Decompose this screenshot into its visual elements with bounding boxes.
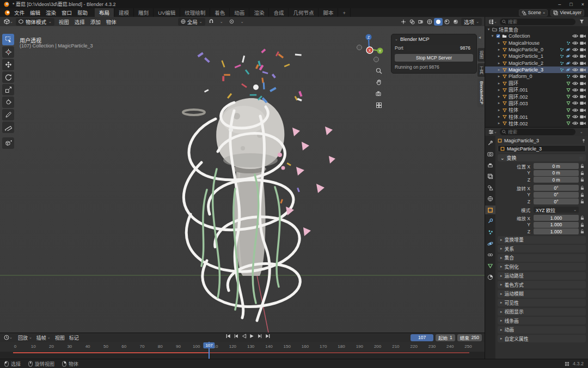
property-section-header[interactable]: ▸着色方式 xyxy=(498,281,586,288)
viewport-menu-view[interactable]: 视图 xyxy=(56,18,72,26)
filter-icon[interactable] xyxy=(577,18,586,26)
shading-wireframe-icon[interactable] xyxy=(425,18,434,26)
expand-arrow-icon[interactable]: ▾ xyxy=(487,27,491,32)
outliner-item[interactable]: ▸ Platform_0 xyxy=(485,73,588,80)
outliner-item[interactable]: ▸ 圆环 xyxy=(485,80,588,86)
outliner-item[interactable]: ▸ 圆环.003 xyxy=(485,100,588,106)
menu-help[interactable]: 帮助 xyxy=(75,9,90,16)
hide-viewport-toggle[interactable] xyxy=(572,108,578,112)
timeline-menu-keying[interactable]: 插帧⌄ xyxy=(34,334,53,341)
property-section-header[interactable]: ▸实例化 xyxy=(498,263,586,270)
transform-value-field[interactable]: 0° xyxy=(534,192,579,198)
outliner-item[interactable]: ▸ MagicParticle_1 xyxy=(485,53,588,59)
outliner-item[interactable]: ▸ MagicalHouse xyxy=(485,40,588,46)
rotation-mode-dropdown[interactable]: XYZ 欧拉⌄ xyxy=(534,207,579,213)
lock-icon[interactable] xyxy=(579,192,586,197)
timeline-menu-marker[interactable]: 标记 xyxy=(67,334,81,341)
properties-tab-particles[interactable] xyxy=(485,228,496,237)
menu-file[interactable]: 文件 xyxy=(11,9,27,16)
hide-viewport-toggle[interactable] xyxy=(572,61,578,65)
workspace-tab-scripting[interactable]: 脚本 xyxy=(318,8,338,17)
hide-viewport-toggle[interactable] xyxy=(572,34,578,38)
transform-panel-header[interactable]: ⌄ 变换 :: xyxy=(498,154,586,161)
minimize-button[interactable]: – xyxy=(558,2,561,7)
tool-move-button[interactable] xyxy=(2,59,14,70)
lock-icon[interactable] xyxy=(579,215,586,220)
editor-type-properties-icon[interactable]: ⌄ xyxy=(487,128,498,136)
show-gizmo-icon[interactable] xyxy=(399,18,408,26)
camera-view-icon[interactable] xyxy=(375,89,383,98)
expand-arrow-icon[interactable]: ▸ xyxy=(497,94,501,99)
jump-to-start-button[interactable] xyxy=(225,334,231,339)
hide-viewport-toggle[interactable] xyxy=(572,74,578,79)
expand-arrow-icon[interactable]: ▸ xyxy=(497,101,501,105)
hide-viewport-toggle[interactable] xyxy=(572,121,578,125)
tool-select-box-button[interactable] xyxy=(2,34,14,45)
tool-transform-button[interactable] xyxy=(2,96,14,108)
hide-render-toggle[interactable] xyxy=(580,61,586,65)
proportional-editing-icon[interactable] xyxy=(228,18,236,26)
hide-render-toggle[interactable] xyxy=(580,47,586,52)
properties-tab-render[interactable] xyxy=(485,150,496,159)
property-section-header[interactable]: ▸变换增量 xyxy=(498,236,586,244)
workspace-tab-sculpting[interactable]: 雕刻 xyxy=(134,8,154,17)
navigation-gizmo[interactable]: Z Y X xyxy=(354,29,387,63)
shading-rendered-icon[interactable] xyxy=(451,18,460,26)
outliner-item[interactable]: ▸ MagicParticle_0 xyxy=(485,46,588,53)
hide-render-toggle[interactable] xyxy=(580,114,586,119)
properties-tab-physics[interactable] xyxy=(485,239,496,248)
hide-render-toggle[interactable] xyxy=(580,88,586,92)
expand-arrow-icon[interactable]: ▾ xyxy=(491,34,494,38)
shading-material-icon[interactable] xyxy=(443,18,451,26)
outliner-search-input[interactable] xyxy=(500,19,575,25)
property-section-header[interactable]: ▸运动路径 xyxy=(498,272,586,280)
sidebar-tab-BlenderMCP[interactable]: BlenderMCP xyxy=(477,79,485,107)
lock-icon[interactable] xyxy=(579,185,586,190)
properties-tab-view-layer[interactable] xyxy=(485,172,496,181)
hide-render-toggle[interactable] xyxy=(580,94,586,99)
ortho-toggle-icon[interactable] xyxy=(375,101,383,110)
play-reverse-button[interactable] xyxy=(242,334,247,339)
expand-arrow-icon[interactable]: ▸ xyxy=(497,54,501,58)
properties-tab-output[interactable] xyxy=(485,161,496,170)
sidebar-tab-视图[interactable]: 视图 xyxy=(477,48,485,62)
shading-solid-icon[interactable] xyxy=(434,18,443,26)
expand-arrow-icon[interactable]: ▸ xyxy=(497,121,501,125)
lock-icon[interactable] xyxy=(579,199,586,204)
frame-end-field[interactable]: 结束 250 xyxy=(457,334,482,341)
hide-viewport-toggle[interactable] xyxy=(572,94,578,99)
snap-magnet-icon[interactable] xyxy=(207,18,216,26)
property-section-header[interactable]: ▸线条画 xyxy=(498,317,586,324)
properties-tab-world[interactable] xyxy=(485,195,496,203)
3d-viewport[interactable]: 用户透视 (107) Collection | MagicParticle_3 … xyxy=(0,26,485,333)
properties-tab-object-data[interactable] xyxy=(485,262,496,270)
lock-icon[interactable] xyxy=(579,229,586,234)
workspace-tab-compositing[interactable]: 合成 xyxy=(269,8,289,17)
maximize-button[interactable]: □ xyxy=(569,2,572,7)
hide-viewport-toggle[interactable] xyxy=(572,101,578,105)
properties-tab-object[interactable] xyxy=(485,206,496,214)
object-name-field[interactable]: MagicParticle_3 xyxy=(498,145,586,152)
outliner-item[interactable]: ▸ MagicParticle_2 xyxy=(485,59,588,66)
transform-value-field[interactable]: 0 m xyxy=(534,177,579,183)
outliner-item[interactable]: ▸ 柱体.001 xyxy=(485,113,588,120)
property-section-header[interactable]: ▸关系 xyxy=(498,245,586,252)
hide-render-toggle[interactable] xyxy=(580,101,586,105)
property-section-header[interactable]: ▸可见性 xyxy=(498,299,586,306)
hide-render-toggle[interactable] xyxy=(580,68,586,72)
property-section-header[interactable]: ▸运动模糊 xyxy=(498,290,586,298)
workspace-tab-add[interactable]: + xyxy=(338,8,351,17)
hide-render-toggle[interactable] xyxy=(580,34,586,38)
hide-viewport-toggle[interactable] xyxy=(572,88,578,92)
zoom-icon[interactable] xyxy=(375,67,383,75)
outliner-item[interactable]: ▸ 柱体 xyxy=(485,107,588,113)
hide-render-toggle[interactable] xyxy=(580,81,586,86)
transform-value-field[interactable]: 0° xyxy=(534,185,579,191)
hide-viewport-toggle[interactable] xyxy=(572,114,578,119)
tool-measure-button[interactable] xyxy=(2,122,14,133)
snap-settings-dropdown[interactable]: ⌄ xyxy=(217,18,226,26)
transform-value-field[interactable]: 0 m xyxy=(534,170,579,176)
pan-hand-icon[interactable] xyxy=(375,78,383,87)
transform-value-field[interactable]: 1.000 xyxy=(534,228,579,234)
prev-keyframe-button[interactable] xyxy=(234,334,239,339)
